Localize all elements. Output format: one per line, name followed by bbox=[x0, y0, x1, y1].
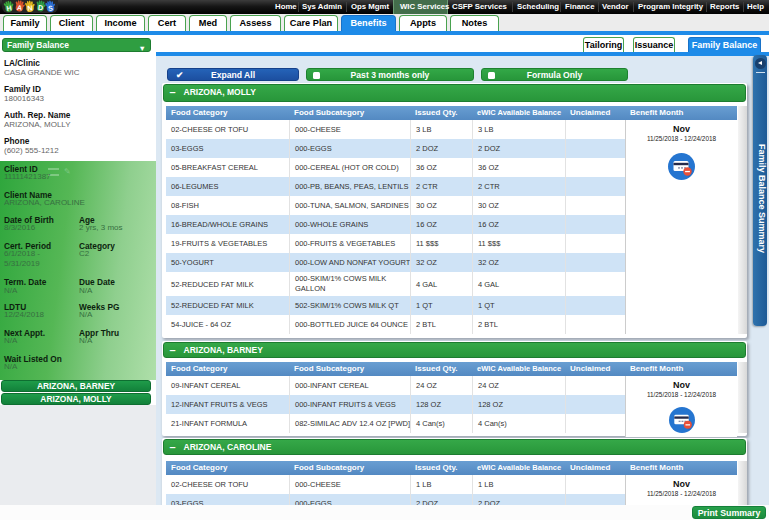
svg-text:N: N bbox=[27, 4, 33, 11]
svg-text:D: D bbox=[38, 4, 44, 12]
svg-text:A: A bbox=[16, 4, 22, 12]
